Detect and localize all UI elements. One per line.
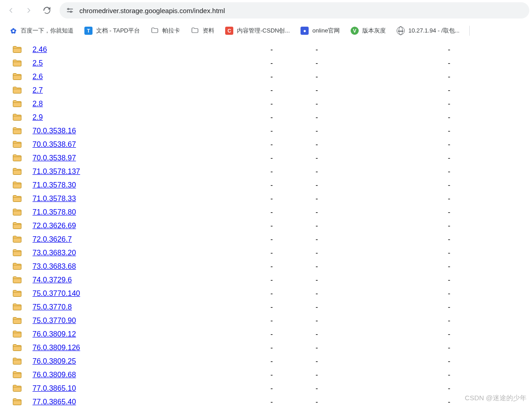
table-row: 70.0.3538.67--- <box>11 137 532 151</box>
col-etag: - <box>339 86 461 94</box>
col-size: - <box>249 384 294 393</box>
col-etag: - <box>339 262 461 271</box>
col-size: - <box>249 289 294 298</box>
col-size: - <box>249 343 294 352</box>
directory-link[interactable]: 76.0.3809.68 <box>32 370 76 379</box>
folder-icon <box>191 26 199 36</box>
directory-link[interactable]: 71.0.3578.137 <box>32 167 80 175</box>
directory-link[interactable]: 70.0.3538.97 <box>32 154 76 162</box>
table-row: 75.0.3770.140--- <box>11 286 532 300</box>
col-size: - <box>249 316 294 325</box>
col-date: - <box>294 262 339 271</box>
bookmark-item[interactable]: V版本灰度 <box>347 25 389 37</box>
bookmark-item[interactable]: C内容管理-CSDN创... <box>222 25 293 37</box>
col-etag: - <box>339 330 461 338</box>
folder-icon <box>11 357 23 365</box>
col-size: - <box>249 99 294 108</box>
col-etag: - <box>339 303 461 311</box>
col-date: - <box>294 140 339 149</box>
col-date: - <box>294 303 339 311</box>
col-date: - <box>294 126 339 135</box>
forward-button[interactable] <box>21 2 37 19</box>
col-size: - <box>249 235 294 243</box>
table-row: 70.0.3538.97--- <box>11 151 532 164</box>
table-row: 76.0.3809.25--- <box>11 354 532 368</box>
folder-icon <box>11 330 23 338</box>
directory-link[interactable]: 2.8 <box>32 99 43 108</box>
folder-icon <box>11 276 23 284</box>
directory-link[interactable]: 72.0.3626.69 <box>32 221 76 229</box>
directory-link[interactable]: 77.0.3865.40 <box>32 398 76 406</box>
col-size: - <box>249 167 294 176</box>
bookmark-label: 帕拉卡 <box>162 27 180 35</box>
col-size: - <box>249 72 294 81</box>
directory-link[interactable]: 73.0.3683.68 <box>32 262 76 270</box>
col-etag: - <box>339 154 461 162</box>
directory-link[interactable]: 71.0.3578.80 <box>32 208 76 216</box>
directory-link[interactable]: 2.7 <box>32 86 43 94</box>
bookmark-item[interactable]: ✿百度一下，你就知道 <box>5 25 77 37</box>
folder-icon <box>11 100 23 108</box>
directory-link[interactable]: 71.0.3578.30 <box>32 181 76 189</box>
bookmark-item[interactable]: 资料 <box>187 24 218 37</box>
table-row: 71.0.3578.80--- <box>11 205 532 219</box>
directory-link[interactable]: 76.0.3809.12 <box>32 330 76 338</box>
address-bar[interactable]: chromedriver.storage.googleapis.com/inde… <box>60 2 529 19</box>
directory-link[interactable]: 2.5 <box>32 59 43 67</box>
table-row: 2.9--- <box>11 110 532 124</box>
bookmark-label: 版本灰度 <box>362 27 386 35</box>
table-row: 71.0.3578.30--- <box>11 178 532 192</box>
col-size: - <box>249 398 294 406</box>
directory-link[interactable]: 76.0.3809.25 <box>32 357 76 365</box>
col-etag: - <box>339 72 461 81</box>
table-row: 2.8--- <box>11 97 532 110</box>
bookmark-item[interactable]: 帕拉卡 <box>147 24 184 37</box>
col-size: - <box>249 113 294 122</box>
col-etag: - <box>339 45 461 54</box>
directory-link[interactable]: 76.0.3809.126 <box>32 343 80 351</box>
directory-link[interactable]: 70.0.3538.67 <box>32 140 76 148</box>
site-settings-icon[interactable] <box>66 6 74 14</box>
folder-icon <box>11 46 23 53</box>
directory-link[interactable]: 74.0.3729.6 <box>32 276 72 284</box>
folder-icon <box>11 208 23 216</box>
directory-link[interactable]: 75.0.3770.8 <box>32 303 72 311</box>
directory-link[interactable]: 70.0.3538.16 <box>32 126 76 135</box>
col-etag: - <box>339 99 461 108</box>
col-date: - <box>294 208 339 216</box>
directory-link[interactable]: 77.0.3865.10 <box>32 384 76 392</box>
table-row: 71.0.3578.137--- <box>11 164 532 178</box>
bookmark-item[interactable]: 10.27.1.94 - /取包... <box>393 25 463 37</box>
col-etag: - <box>339 370 461 379</box>
tapd-icon: T <box>84 27 93 35</box>
directory-link[interactable]: 75.0.3770.140 <box>32 289 80 297</box>
col-size: - <box>249 248 294 257</box>
folder-icon <box>11 127 23 135</box>
folder-icon <box>11 235 23 243</box>
back-button[interactable] <box>3 2 19 19</box>
reload-button[interactable] <box>39 2 55 19</box>
table-row: 2.7--- <box>11 83 532 97</box>
col-etag: - <box>339 59 461 67</box>
col-etag: - <box>339 221 461 230</box>
browser-toolbar: chromedriver.storage.googleapis.com/inde… <box>0 0 532 21</box>
table-row: 75.0.3770.8--- <box>11 300 532 313</box>
bookmark-item[interactable]: ●online官网 <box>297 25 343 37</box>
directory-link[interactable]: 72.0.3626.7 <box>32 235 72 243</box>
col-etag: - <box>339 316 461 325</box>
directory-link[interactable]: 2.9 <box>32 113 43 121</box>
col-etag: - <box>339 126 461 135</box>
bookmark-item[interactable]: T文档 - TAPD平台 <box>81 25 143 37</box>
directory-link[interactable]: 75.0.3770.90 <box>32 316 76 324</box>
directory-link[interactable]: 2.46 <box>32 45 47 53</box>
col-date: - <box>294 45 339 54</box>
col-date: - <box>294 113 339 122</box>
directory-link[interactable]: 73.0.3683.20 <box>32 248 76 257</box>
col-date: - <box>294 72 339 81</box>
directory-link[interactable]: 71.0.3578.33 <box>32 194 76 202</box>
table-row: 77.0.3865.40--- <box>11 395 532 407</box>
col-date: - <box>294 398 339 406</box>
col-size: - <box>249 59 294 67</box>
col-size: - <box>249 45 294 54</box>
directory-link[interactable]: 2.6 <box>32 72 43 80</box>
